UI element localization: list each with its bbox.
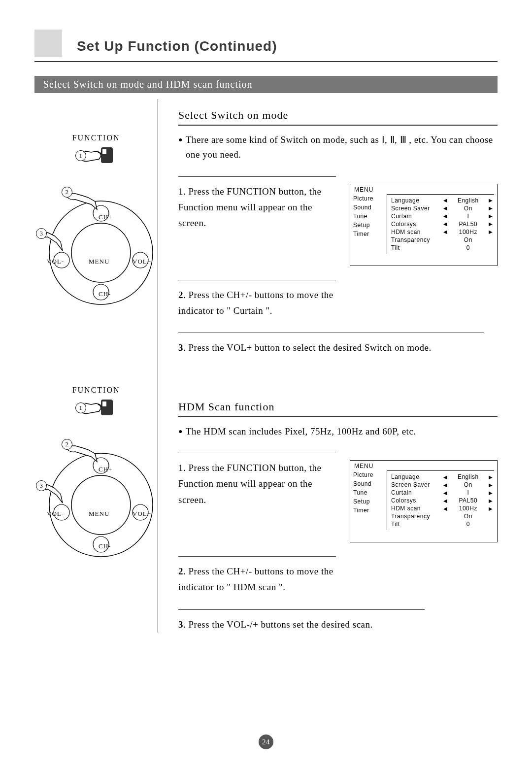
label-vol-plus-b: VOL+: [133, 510, 151, 518]
divider-line: [178, 280, 336, 280]
right-arrow-icon: ▶: [488, 205, 493, 211]
function-hand-icon: 1: [76, 144, 116, 167]
right-arrow-icon: ▶: [488, 482, 493, 488]
intro-b: ● The HDM scan includes Pixel, 75Hz, 100…: [178, 424, 498, 439]
osd-left-item: Setup: [353, 497, 382, 506]
osd-left-item: Sound: [353, 479, 382, 488]
osd-row: Colorsys.◀PAL50▶: [390, 220, 494, 228]
step-badge-1: 1: [75, 150, 86, 161]
subheading-b: HDM Scan function: [178, 401, 498, 417]
left-column: FUNCTION 1: [34, 99, 158, 633]
left-arrow-icon: ◀: [443, 229, 448, 234]
left-arrow-icon: ◀: [443, 474, 448, 480]
left-arrow-icon: ◀: [443, 506, 448, 511]
osd-row: Language◀English▶: [390, 473, 494, 481]
step-badge-3b: 3: [36, 480, 47, 491]
divider-line: [178, 609, 425, 610]
label-vol-plus: VOL+: [133, 258, 151, 266]
step-row-a1: 1. Press the FUNCTION button, the Functi…: [178, 184, 498, 266]
svg-rect-1: [102, 149, 106, 154]
label-vol-minus: VOL-: [47, 258, 64, 266]
osd-row: TransparencyOn: [390, 236, 494, 244]
osd-menu-box: MENU Picture Sound Tune Setup Timer Lang…: [350, 184, 498, 266]
function-hand-icon-b: 1: [76, 397, 116, 419]
label-menu: MENU: [89, 258, 109, 266]
right-arrow-icon: ▶: [488, 229, 493, 234]
section-bar: Select Switch on mode and HDM scan funct…: [34, 76, 498, 93]
step-badge-3: 3: [36, 228, 47, 239]
right-arrow-icon: ▶: [488, 506, 493, 511]
osd-row: Curtain◀I▶: [390, 212, 494, 220]
osd-row: HDM scan◀100Hz▶: [390, 504, 494, 512]
step-b3: 3. Press the VOL-/+ buttons set the desi…: [178, 617, 498, 633]
function-label: FUNCTION: [34, 134, 158, 142]
disc-icon: [37, 189, 155, 307]
step-num: 3: [178, 342, 183, 353]
label-menu-b: MENU: [89, 510, 109, 518]
osd-left-item: Tune: [353, 212, 382, 221]
left-arrow-icon: ◀: [443, 498, 448, 503]
right-arrow-icon: ▶: [488, 213, 493, 219]
osd-menu-left-b: Picture Sound Tune Setup Timer: [353, 470, 382, 530]
osd-row: Screen Saver◀On▶: [390, 204, 494, 212]
osd-menu-header: MENU: [353, 186, 494, 193]
subheading-a: Select Switch on mode: [178, 109, 498, 126]
osd-row: Colorsys.◀PAL50▶: [390, 497, 494, 504]
label-ch-minus-b: CH-: [99, 542, 111, 550]
disc-control-b: 2 3 CH+ CH- VOL- VOL+ MENU: [37, 441, 155, 559]
step-num: 3: [178, 619, 183, 630]
svg-point-11: [71, 475, 131, 535]
right-column: Select Switch on mode ● There are some k…: [166, 99, 498, 633]
page-number-badge: 24: [259, 735, 273, 749]
function-icon-group-b: FUNCTION 1: [34, 386, 158, 421]
osd-row: Tilt0: [390, 520, 494, 528]
osd-menu-right: Language◀English▶ Screen Saver◀On▶ Curta…: [387, 194, 494, 254]
step-row-b1: 1. Press the FUNCTION button, the Functi…: [178, 460, 498, 542]
osd-left-item: Picture: [353, 194, 382, 203]
disc-icon-b: [37, 441, 155, 559]
left-arrow-icon: ◀: [443, 221, 448, 227]
intro-a: ● There are some kind of Switch on mode,…: [178, 133, 498, 163]
left-arrow-icon: ◀: [443, 198, 448, 203]
label-vol-minus-b: VOL-: [47, 510, 64, 518]
title-underline: [34, 61, 498, 62]
function-label-b: FUNCTION: [34, 386, 158, 395]
step-b2: 2. Press the CH+/- buttons to move the i…: [178, 564, 336, 596]
osd-left-item: Timer: [353, 230, 382, 238]
right-arrow-icon: ▶: [488, 474, 493, 480]
osd-left-item: Tune: [353, 488, 382, 497]
osd-menu-left: Picture Sound Tune Setup Timer: [353, 194, 382, 254]
page-title: Set Up Function (Continued): [77, 38, 277, 57]
function-icon-group: FUNCTION 1: [34, 134, 158, 169]
step-b1: 1. Press the FUNCTION button, the Functi…: [178, 460, 336, 508]
label-ch-minus: CH-: [99, 290, 111, 298]
step-a1: 1. Press the FUNCTION button, the Functi…: [178, 184, 336, 232]
osd-row: TransparencyOn: [390, 512, 494, 520]
step-badge-2b: 2: [62, 439, 72, 450]
divider-line: [178, 333, 484, 333]
osd-menu-right-b: Language◀English▶ Screen Saver◀On▶ Curta…: [387, 470, 494, 530]
osd-row: Screen Saver◀On▶: [390, 481, 494, 489]
osd-row: Curtain◀I▶: [390, 489, 494, 497]
step-badge-2: 2: [62, 187, 72, 198]
right-arrow-icon: ▶: [488, 490, 493, 496]
label-ch-plus: CH+: [99, 213, 112, 221]
step-num: 2: [178, 566, 183, 576]
osd-left-item: Picture: [353, 470, 382, 479]
divider-line: [178, 556, 336, 557]
intro-b-text: The HDM scan includes Pixel, 75Hz, 100Hz…: [186, 424, 416, 439]
disc-control: 2 3 CH+ CH- VOL- VOL+ MENU: [37, 189, 155, 307]
osd-row: Tilt0: [390, 244, 494, 252]
left-arrow-icon: ◀: [443, 490, 448, 496]
page-header: Set Up Function (Continued): [34, 30, 498, 57]
header-square: [34, 30, 62, 57]
osd-left-item: Timer: [353, 506, 382, 515]
right-arrow-icon: ▶: [488, 198, 493, 203]
step-a2: 2. Press the CH+/- buttons to move the i…: [178, 287, 336, 319]
bullet-icon: ●: [178, 134, 183, 165]
content-row: FUNCTION 1: [34, 99, 498, 633]
osd-row: Language◀English▶: [390, 197, 494, 204]
svg-point-3: [71, 223, 131, 282]
osd-row: HDM scan◀100Hz▶: [390, 228, 494, 236]
step-num: 2: [178, 290, 183, 300]
